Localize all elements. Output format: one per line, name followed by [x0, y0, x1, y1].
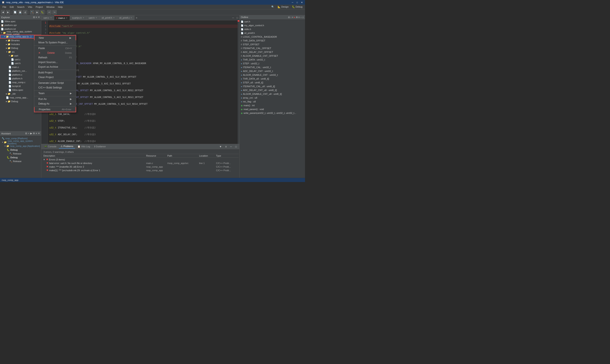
assistant-icon2[interactable]: + — [28, 132, 29, 135]
assistant-icon4[interactable]: ⚙ — [33, 132, 35, 135]
new-button[interactable]: 📄 — [13, 10, 17, 14]
menu-edit[interactable]: Edit — [8, 5, 15, 9]
outline-minimize[interactable]: ─ — [300, 16, 302, 18]
ctx-build-settings[interactable]: C/C++ Build Settings — [34, 85, 76, 90]
assist-debug1[interactable]: 🐛 Debug — [1, 148, 40, 152]
outline-sort-icon[interactable]: ⊟ — [288, 16, 290, 18]
menu-search[interactable]: Search — [15, 5, 26, 9]
tab-close-icon[interactable]: ✕ — [113, 17, 115, 19]
ctx-delete[interactable]: ✕ Delete Delete — [34, 51, 76, 55]
ctx-properties[interactable]: Properties Alt+Enter — [34, 107, 76, 112]
problems-minimize-icon[interactable]: ─ — [229, 145, 233, 149]
back-button[interactable]: ◀ — [1, 10, 5, 14]
explorer-close-icon[interactable]: ✕ — [38, 16, 40, 19]
tree-item-system[interactable]: ▼ 📁 rsop_comp_app_system [rsop_comp] — [0, 31, 41, 35]
assistant-close-icon[interactable]: ✕ — [38, 132, 40, 135]
close-button[interactable]: ✕ — [300, 1, 303, 4]
ctx-build[interactable]: Build Project — [34, 70, 76, 75]
outline-algor-off[interactable]: # ALGOR_ENABLE_CNT_OFFSET — [240, 54, 305, 58]
tab-xil-printf-h[interactable]: xil_printf.h ✕ — [100, 15, 117, 20]
debug-run-button[interactable]: 🐛 — [40, 10, 44, 14]
assistant-icon5[interactable]: ≡ — [36, 132, 37, 135]
ctx-run-as[interactable]: Run As ▶ — [34, 97, 76, 101]
undo-button[interactable]: ↩ — [47, 10, 52, 14]
outline-xilprintf-h[interactable]: 📄 xil_printf.h — [240, 31, 305, 35]
ctx-move[interactable]: Move To System Project... — [34, 40, 76, 45]
outline-thr-off[interactable]: # THR_DATA_OFFSET — [240, 39, 305, 42]
problem-row-3[interactable]: ✖ make[1]: *** [src/subdir.mk:29: src/ma… — [42, 169, 239, 172]
tab-vitis-log[interactable]: 📋 Vitis Log — [76, 145, 92, 148]
ctx-import[interactable]: Import Sources... — [34, 60, 76, 65]
problems-menu-icon[interactable]: ≡ — [224, 145, 228, 149]
outline-thr-data[interactable]: ● THR_DATA : uint32_t — [240, 58, 305, 62]
tab-uart-h[interactable]: uart.h ✕ — [87, 15, 100, 20]
menu-project[interactable]: Project — [34, 5, 44, 9]
outline-adc-off[interactable]: # ADC_DELAY_CNT_OFFSET — [240, 50, 305, 54]
minimize-button[interactable]: ─ — [291, 1, 294, 4]
tree-item-platform-spr[interactable]: 📋 platform.spr — [0, 23, 41, 27]
editor-scrollbar[interactable] — [238, 20, 239, 144]
tab-close-icon[interactable]: ✕ — [83, 17, 84, 19]
maximize-button[interactable]: □ — [296, 1, 299, 4]
outline-iter-off[interactable]: # ITERAITVE_CAL_OFFSET — [240, 46, 305, 50]
outline-array-cnt[interactable]: ● array_cnt : u8 — [240, 96, 305, 100]
ctx-linker[interactable]: Generate Linker Script — [34, 81, 76, 85]
code-text[interactable]: #include "uart.h" #include "my_algor_con… — [48, 20, 239, 144]
outline-step-u8[interactable]: ● STEP_u8 : uint8_t[] — [240, 81, 305, 84]
tree-item-xilinx-spec[interactable]: 📄 Xilinx.spec — [0, 19, 41, 23]
ctx-paste[interactable]: Paste Ctrl+V — [34, 46, 76, 51]
outline-thr-u8[interactable]: ● THR_DATA_u8 : uint8_t[] — [240, 77, 305, 81]
tab-main-c[interactable]: ● main.c ✕ — [54, 15, 70, 20]
ctx-refresh[interactable]: Refresh F5 — [34, 55, 76, 60]
outline-read-param[interactable]: ◉ read_param() : void — [240, 107, 305, 111]
ctx-team[interactable]: Team ▶ — [34, 91, 76, 96]
assistant-icon3[interactable]: ▶ — [30, 132, 32, 135]
tab-guidance[interactable]: ℹ Guidance — [93, 145, 107, 148]
editor-expand-icon[interactable]: □ — [235, 15, 239, 20]
build-button[interactable]: 🔨 — [30, 10, 34, 14]
outline-stdio-h[interactable]: 📄 stdio.h — [240, 27, 305, 31]
outline-filter-icon[interactable]: ↕ — [290, 16, 291, 18]
tab-xil-printf-c[interactable]: xil_printf.c ✕ — [117, 15, 135, 20]
menu-help[interactable]: Help — [56, 5, 65, 9]
outline-step-off[interactable]: # STEP_OFFSET — [240, 42, 305, 46]
assist-release1[interactable]: 🔨 Release — [1, 152, 40, 156]
outline-uart-h[interactable]: 📄 uart.h — [240, 20, 305, 24]
forward-button[interactable]: ▶ — [6, 10, 10, 14]
outline-adc-u8[interactable]: ● ADC_DELAY_CNT_u8 : uint8_t[] — [240, 88, 305, 92]
assist-app[interactable]: ▼ 📁 rsop_comp_app [Application] — [1, 144, 40, 148]
errors-group-header[interactable]: ▼ ✖ Errors (3 items) — [42, 158, 239, 161]
outline-write-param[interactable]: ◉ write_param(uint32_t, uint32_t, uint32… — [240, 111, 305, 115]
assist-system[interactable]: ▼ 📁 rsop_comp_app_system [System] — [1, 140, 40, 144]
outline-expand[interactable]: □ — [302, 16, 304, 18]
more-tabs-icon[interactable]: » — [135, 15, 138, 20]
tab-close-icon[interactable]: ✕ — [95, 17, 97, 19]
menu-file[interactable]: File — [1, 5, 8, 9]
problem-row-2[interactable]: ✖ make: *** [makefile:35: all] Error 2 r… — [42, 165, 239, 169]
menu-vitis[interactable]: Vitis — [26, 5, 34, 9]
explorer-collapse-icon[interactable]: ⊟ — [33, 16, 35, 19]
ctx-clean[interactable]: Clean Project — [34, 75, 76, 79]
assist-release2[interactable]: 🔨 Release — [1, 159, 40, 163]
outline-adc-delay[interactable]: ● ADC_DELAY_CNT : uint32_t — [240, 69, 305, 73]
run-button[interactable]: ▶ — [35, 10, 39, 14]
outline-iter-u8[interactable]: ● ITERAITVE_CAL_u8 : uint8_t[] — [240, 84, 305, 88]
menu-window[interactable]: Window — [44, 5, 56, 9]
outline-rec-flag[interactable]: ● rec_flag : u8 — [240, 100, 305, 104]
assist-debug2[interactable]: 🐛 Debug — [1, 156, 40, 159]
outline-main-func[interactable]: ◉ main() : int — [240, 104, 305, 107]
ctx-debug-as[interactable]: Debug As ▶ — [34, 101, 76, 106]
outline-algor-cnt[interactable]: ● ALGOR_ENABLE_CNT : uint32_t — [240, 73, 305, 77]
filter-icon[interactable]: ▼ — [218, 145, 223, 149]
assistant-icon1[interactable]: ⊟ — [25, 132, 27, 135]
tab-uart-c[interactable]: uart.c ✕ — [41, 15, 54, 20]
save-button[interactable]: 💾 — [18, 10, 22, 14]
editor-minimize-icon[interactable]: ─ — [231, 15, 235, 20]
toolbar-search-icon[interactable]: 🔍 — [270, 5, 276, 9]
outline-logic-base[interactable]: # LOGIC_CONTROL_BASEADDR — [240, 35, 305, 39]
tab-close-icon[interactable]: ✕ — [50, 17, 52, 19]
tab-xuartps-h[interactable]: xuartps.h ✕ — [70, 15, 86, 20]
tab-console[interactable]: 📟 Console — [42, 145, 58, 148]
problem-row-1[interactable]: ✖ fatal error: uart.h: No such file or d… — [42, 161, 239, 165]
print-button[interactable]: 🖨 — [23, 10, 27, 14]
